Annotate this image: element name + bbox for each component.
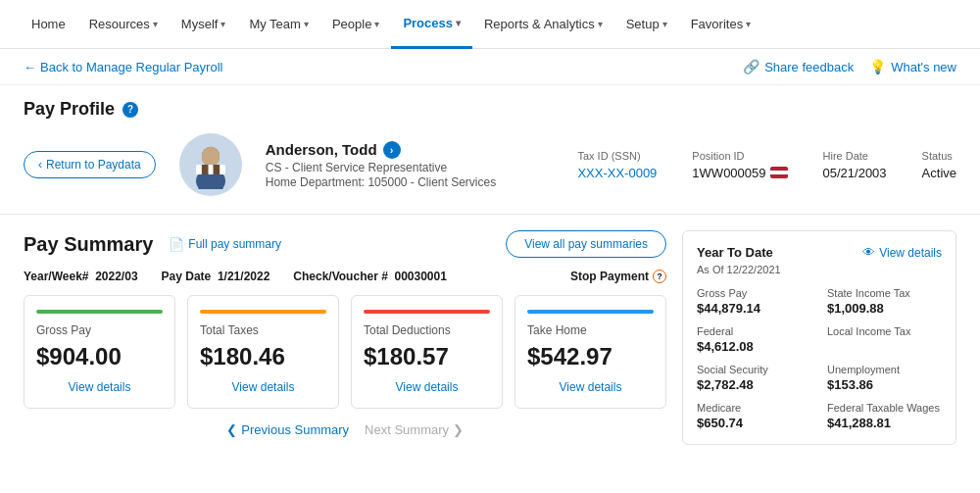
svg-rect-5 (202, 165, 209, 174)
help-icon[interactable]: ? (122, 102, 138, 118)
profile-row: ‹ Return to Paydata Anderson, Todd › (24, 133, 956, 196)
nav-favorites[interactable]: Favorites ▾ (679, 0, 762, 49)
svg-point-3 (202, 147, 220, 167)
back-link[interactable]: ← Back to Manage Regular Payroll (24, 60, 222, 74)
chevron-down-icon: ▾ (220, 19, 225, 29)
nav-my-team[interactable]: My Team ▾ (237, 0, 320, 49)
employee-name: Anderson, Todd › (266, 141, 555, 159)
pay-summary-header: Pay Summary 📄 Full pay summary View all … (24, 230, 666, 258)
document-icon: 📄 (169, 237, 184, 252)
nav-process[interactable]: Process ▾ (391, 0, 472, 49)
chevron-down-icon: ▾ (746, 19, 751, 29)
next-summary-button: Next Summary ❯ (365, 422, 464, 437)
nav-setup[interactable]: Setup ▾ (614, 0, 679, 49)
nav-resources[interactable]: Resources ▾ (77, 0, 170, 49)
chevron-down-icon: ▾ (374, 19, 379, 29)
take-home-card: Take Home $542.97 View details (514, 295, 666, 409)
status-field: Status Active (922, 150, 956, 180)
main-content: ← Back to Manage Regular Payroll 🔗 Share… (0, 49, 980, 493)
stop-payment-button[interactable]: Stop Payment ? (570, 270, 666, 283)
total-taxes-card: Total Taxes $180.46 View details (187, 295, 339, 409)
employee-department: Home Department: 105000 - Client Service… (266, 175, 555, 189)
employee-title: CS - Client Service Representative (266, 161, 555, 174)
pagination-row: ❮ Previous Summary Next Summary ❯ (24, 422, 666, 437)
position-id-field: Position ID 1WW000059 (692, 150, 787, 180)
left-arrow-icon: ← (24, 60, 36, 74)
svg-rect-6 (213, 165, 220, 174)
nav-people[interactable]: People ▾ (320, 0, 391, 49)
ytd-date: As Of 12/22/2021 (697, 264, 942, 275)
tax-id-field: Tax ID (SSN) XXX-XX-0009 (577, 150, 657, 180)
position-id-value: 1WW000059 (692, 166, 787, 180)
total-taxes-bar (200, 310, 326, 314)
whats-new-button[interactable]: 💡 What's new (869, 59, 956, 74)
svg-rect-4 (196, 165, 225, 174)
ytd-federal: Federal $4,612.08 (697, 325, 811, 354)
profile-info: Anderson, Todd › CS - Client Service Rep… (266, 141, 555, 189)
navigation: Home Resources ▾ Myself ▾ My Team ▾ Peop… (0, 0, 980, 49)
gross-pay-view-details-link[interactable]: View details (36, 380, 163, 394)
take-home-bar (527, 310, 654, 314)
previous-summary-button[interactable]: ❮ Previous Summary (226, 422, 349, 437)
total-deductions-view-details-link[interactable]: View details (364, 380, 490, 394)
ytd-panel: Year To Date 👁 View details As Of 12/22/… (682, 230, 956, 445)
gross-pay-card: Gross Pay $904.00 View details (24, 295, 175, 409)
pay-summary-area: Pay Summary 📄 Full pay summary View all … (0, 215, 980, 461)
pay-profile-title: Pay Profile ? (24, 99, 956, 120)
pay-profile-section: Pay Profile ? ‹ Return to Paydata (0, 85, 980, 215)
full-pay-summary-link[interactable]: 📄 Full pay summary (169, 237, 281, 252)
top-bar: ← Back to Manage Regular Payroll 🔗 Share… (0, 49, 980, 85)
chevron-down-icon: ▾ (304, 19, 309, 29)
flag-icon (770, 167, 788, 178)
ytd-federal-taxable-wages: Federal Taxable Wages $41,288.81 (827, 402, 942, 430)
gross-pay-bar (36, 310, 163, 314)
help-circle-icon: ? (653, 270, 666, 283)
pay-summary-left: Pay Summary 📄 Full pay summary View all … (24, 230, 666, 445)
svg-rect-2 (198, 174, 222, 189)
year-week-label: Year/Week# 2022/03 (24, 270, 138, 283)
left-circle-icon: ❮ (226, 422, 237, 437)
chevron-down-icon: ▾ (456, 18, 461, 28)
pay-date-label: Pay Date 1/21/2022 (162, 270, 270, 283)
ytd-unemployment: Unemployment $153.86 (827, 364, 942, 392)
top-actions: 🔗 Share feedback 💡 What's new (743, 59, 956, 74)
hire-date-field: Hire Date 05/21/2003 (823, 150, 887, 180)
ytd-medicare: Medicare $650.74 (697, 402, 811, 430)
take-home-view-details-link[interactable]: View details (527, 380, 654, 394)
ytd-state-income-tax: State Income Tax $1,009.88 (827, 287, 942, 316)
return-to-paydata-button[interactable]: ‹ Return to Paydata (24, 151, 156, 178)
eye-icon: 👁 (862, 245, 875, 260)
navigate-icon[interactable]: › (383, 141, 401, 159)
pay-cards: Gross Pay $904.00 View details Total Tax… (24, 295, 666, 409)
ytd-gross-pay: Gross Pay $44,879.14 (697, 287, 811, 316)
pay-meta: Year/Week# 2022/03 Pay Date 1/21/2022 Ch… (24, 270, 666, 283)
right-circle-icon: ❯ (453, 422, 464, 437)
ytd-social-security: Social Security $2,782.48 (697, 364, 811, 392)
bulb-icon: 💡 (869, 59, 886, 74)
view-all-pay-summaries-button[interactable]: View all pay summaries (506, 230, 666, 258)
share-feedback-button[interactable]: 🔗 Share feedback (743, 59, 854, 74)
ytd-local-income-tax: Local Income Tax (827, 325, 942, 354)
share-icon: 🔗 (743, 59, 760, 74)
ytd-view-details-link[interactable]: 👁 View details (862, 245, 942, 260)
total-deductions-card: Total Deductions $180.57 View details (351, 295, 503, 409)
chevron-down-icon: ▾ (598, 19, 603, 29)
check-voucher-label: Check/Voucher # 00030001 (293, 270, 447, 283)
ytd-grid: Gross Pay $44,879.14 State Income Tax $1… (697, 287, 942, 430)
total-taxes-view-details-link[interactable]: View details (200, 380, 326, 394)
chevron-down-icon: ▾ (662, 19, 667, 29)
total-deductions-bar (364, 310, 490, 314)
nav-reports[interactable]: Reports & Analytics ▾ (472, 0, 614, 49)
avatar (179, 133, 242, 196)
nav-home[interactable]: Home (20, 0, 77, 49)
left-chevron-icon: ‹ (38, 158, 42, 172)
ytd-header: Year To Date 👁 View details (697, 245, 942, 260)
chevron-down-icon: ▾ (153, 19, 158, 29)
nav-myself[interactable]: Myself ▾ (170, 0, 238, 49)
profile-fields: Tax ID (SSN) XXX-XX-0009 Position ID 1WW… (577, 150, 956, 180)
